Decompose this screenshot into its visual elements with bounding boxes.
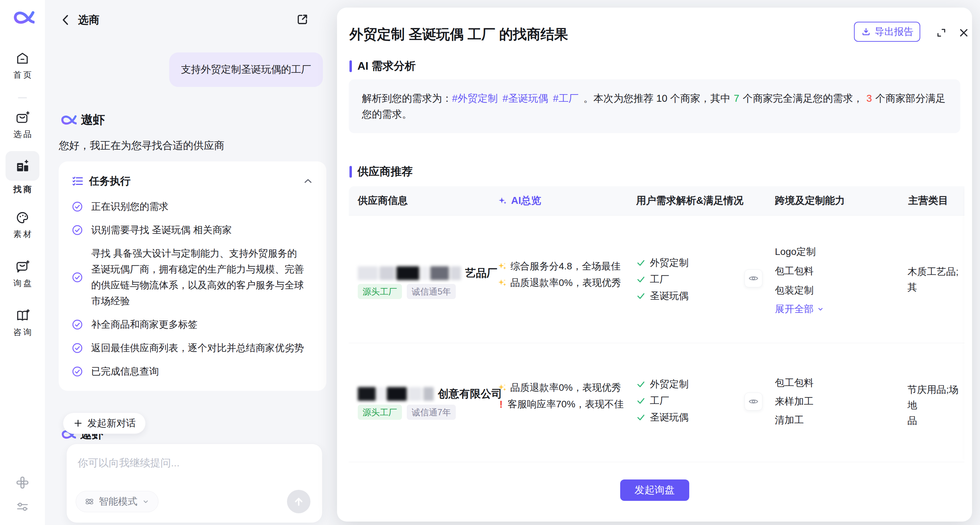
column-header: 供应商信息 (358, 186, 408, 215)
capability-item: 包工包料 (775, 265, 813, 278)
sidebar-item-xuanpin[interactable]: 选品 (0, 110, 45, 140)
requirement-tag[interactable]: #圣诞玩偶 (503, 93, 548, 104)
preview-button[interactable] (745, 270, 762, 287)
home-icon (14, 50, 30, 66)
task-item-label: 寻找 具备强大设计与定制能力、支持外贸服务的圣诞玩偶厂商，拥有稳定的生产能力与规… (91, 246, 305, 309)
table-scroll-gutter[interactable] (964, 186, 969, 462)
sidebar-item-home[interactable]: 首页 (0, 50, 45, 80)
expand-all-link[interactable]: 展开全部 (775, 303, 825, 316)
analysis-summary-card: 解析到您的需求为：#外贸定制#圣诞玩偶#工厂。本次为您推荐 10 个商家，其中7… (349, 79, 960, 133)
task-item: 识别需要寻找 圣诞玩偶 相关商家 (71, 222, 314, 238)
sidebar-item-zixun[interactable]: 咨询 (0, 308, 45, 338)
check-circle-icon (71, 365, 84, 378)
palette-icon (14, 210, 30, 225)
supplier-name-suffix: 艺品厂 (465, 266, 497, 281)
dialog-title: 外贸定制 圣诞玩偶 工厂 的找商结果 (350, 25, 568, 44)
sourcing-result-dialog: 外贸定制 圣诞玩偶 工厂 的找商结果 导出报告 AI 需求分析 解析到您的需求为… (337, 8, 972, 522)
partial-match-count: 3 (866, 93, 872, 104)
sparkle-icon (497, 278, 508, 288)
fullscreen-button[interactable] (933, 25, 949, 41)
factory-tag: 源头工厂 (358, 284, 402, 299)
mode-label: 智能模式 (99, 495, 137, 508)
assistant-logo-icon (59, 114, 77, 127)
check-circle-icon (71, 342, 84, 354)
task-item-label: 补全商品和商家更多标签 (91, 317, 305, 333)
column-header: 跨境及定制能力 (775, 186, 845, 215)
ai-overview-line: 品质退款率0%，表现优秀 (497, 276, 621, 289)
requirement-tag[interactable]: #工厂 (553, 93, 578, 104)
sidebar-item-label: 首页 (12, 69, 33, 80)
close-button[interactable] (956, 25, 972, 41)
analysis-text: 解析到您的需求为： (362, 93, 452, 104)
assistant-name: 遨虾 (81, 112, 105, 128)
main-category-line: 品 (907, 413, 967, 428)
analysis-section-title: AI 需求分析 (357, 59, 416, 74)
assistant-greeting: 您好，我正在为您寻找合适的供应商 (59, 139, 224, 153)
task-list-icon (71, 174, 84, 188)
redacted-supplier-name (358, 387, 434, 401)
chevron-up-icon (302, 175, 314, 187)
ai-overview-text: 品质退款率0%，表现优秀 (511, 276, 621, 289)
analysis-text: 。本次为您推荐 10 个商家，其中 (583, 93, 730, 104)
main-category: 木质工艺品;其 (907, 264, 967, 295)
ai-overview-line: ! 客服响应率70%，表现不佳 (497, 398, 624, 411)
sidebar-item-xunpan[interactable]: 询盘 (0, 259, 45, 289)
expand-all-label: 展开全部 (775, 303, 813, 316)
sidebar-item-label: 选品 (12, 128, 33, 140)
column-header: 主营类目 (908, 186, 948, 215)
export-report-button[interactable]: 导出报告 (854, 22, 920, 42)
supplier-name: 创意有限公司 (358, 387, 502, 401)
mode-selector[interactable]: 智能模式 (76, 491, 159, 512)
sidebar-components-button[interactable] (0, 475, 45, 490)
supplier-name: 艺品厂 (358, 266, 497, 281)
requirement-tag[interactable]: #外贸定制 (452, 93, 498, 104)
match-label: 外贸定制 (650, 378, 689, 391)
supplier-tags: 源头工厂 诚信通7年 (358, 404, 456, 420)
match-label: 工厂 (650, 273, 669, 286)
match-label: 圣诞玩偶 (650, 411, 689, 424)
send-button[interactable] (287, 490, 310, 513)
capability-item: 清加工 (775, 414, 804, 427)
requirement-match: 外贸定制 (636, 256, 689, 270)
task-item: 正在识别您的需求 (71, 199, 314, 214)
task-item: 已完成信息查询 (71, 363, 314, 379)
factory-icon (14, 158, 30, 174)
new-chat-button[interactable]: 发起新对话 (63, 412, 146, 434)
factory-tag: 源头工厂 (358, 404, 402, 420)
back-button[interactable] (58, 12, 74, 28)
match-label: 圣诞玩偶 (650, 289, 689, 303)
export-report-label: 导出报告 (875, 25, 913, 38)
sidebar-item-sucai[interactable]: 素材 (0, 210, 45, 240)
sidebar-item-label: 素材 (12, 229, 33, 240)
table-row: 创意有限公司 源头工厂 诚信通7年 品质退款率0%，表现优秀 ! 客服响应率70… (349, 343, 969, 462)
assistant-header: 遨虾 (59, 112, 105, 128)
table-header-row: 供应商信息 AI总览 用户需求解析&满足情况 跨境及定制能力 主营类目 (349, 186, 969, 215)
chat-bubble-icon (14, 259, 30, 274)
analysis-text: 个商家完全满足您的需求， (743, 93, 863, 104)
supplier-tags: 源头工厂 诚信通5年 (358, 284, 456, 299)
section-accent-bar (350, 60, 352, 72)
preview-button[interactable] (745, 393, 762, 411)
analysis-section-header: AI 需求分析 (350, 59, 416, 74)
section-accent-bar (350, 166, 352, 178)
sidebar-item-zhaoshang[interactable]: 找商 (0, 151, 45, 195)
back-chevron-icon (59, 13, 73, 27)
sparkle-icon (497, 261, 508, 271)
collapse-button[interactable] (302, 175, 314, 187)
check-icon (636, 379, 646, 389)
recommend-section-title: 供应商推荐 (357, 164, 413, 179)
start-inquiry-button[interactable]: 发起询盘 (620, 479, 689, 501)
sidebar-settings-button[interactable] (0, 500, 45, 514)
new-chat-label: 发起新对话 (88, 417, 136, 430)
task-item: 返回最佳供应商列表，逐个对比并总结商家优劣势 (71, 340, 314, 356)
sidebar-item-label: 询盘 (12, 278, 33, 289)
open-external-button[interactable] (294, 11, 311, 28)
sidebar-divider (18, 97, 27, 98)
shopping-bag-icon (14, 110, 30, 125)
sidebar-item-label: 咨询 (12, 327, 33, 338)
book-icon (14, 308, 30, 324)
send-arrow-icon (292, 495, 305, 508)
check-circle-icon (71, 318, 84, 331)
ai-overview-text: 品质退款率0%，表现优秀 (511, 381, 621, 394)
chat-input[interactable] (78, 454, 305, 471)
